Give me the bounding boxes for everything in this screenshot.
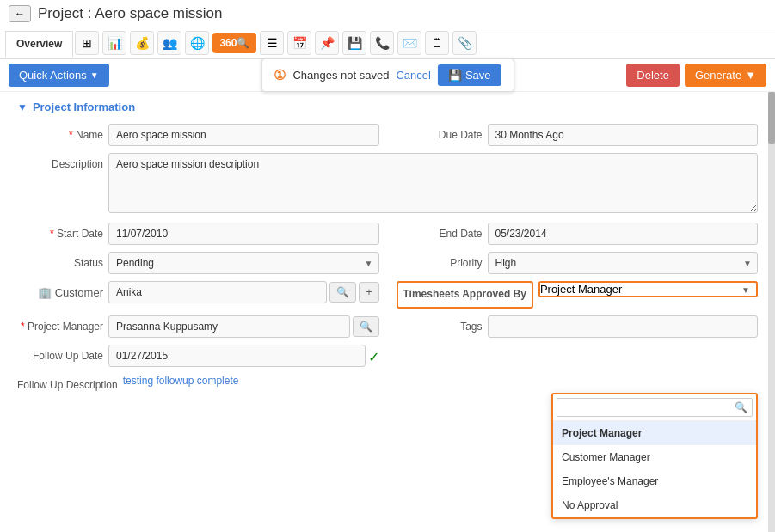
followup-date-input[interactable] [108,345,366,367]
tags-field [488,315,759,338]
tab-icon-phone[interactable]: 📞 [370,31,394,55]
save-icon: 💾 [448,69,462,82]
customer-input[interactable] [108,281,327,303]
name-input[interactable] [108,124,379,146]
end-date-label: End Date [397,223,483,240]
due-date-label: Due Date [397,124,483,141]
priority-select[interactable]: High Medium Low [488,252,759,274]
right-actions: Delete Generate ▼ [626,64,766,87]
tab-icon-grid[interactable]: ⊞ [75,31,99,55]
cancel-link[interactable]: Cancel [396,69,430,82]
project-manager-search-icon[interactable]: 🔍 [353,316,379,337]
followup-date-row: Follow Up Date ✓ [17,345,379,367]
tab-icon-list[interactable]: ☰ [260,31,284,55]
back-button[interactable]: ← [9,5,31,22]
end-date-input[interactable] [488,223,759,245]
project-manager-input[interactable] [108,315,350,338]
warning-icon: ① [274,67,286,83]
followup-check-icon: ✓ [368,345,379,365]
unsaved-text: Changes not saved [292,69,389,82]
save-button[interactable]: 💾 Save [438,64,501,86]
tab-icon-coin[interactable]: 💰 [130,31,154,55]
description-label: Description [17,153,103,170]
tags-input[interactable] [488,315,759,338]
tab-icon-calendar[interactable]: 📅 [287,31,311,55]
tags-label: Tags [397,315,483,333]
status-select[interactable]: Pending Active Completed Cancelled [108,252,379,274]
followup-date-label: Follow Up Date [17,345,103,362]
page-title: Project : Aero space mission [38,5,222,22]
tab-icon-save[interactable]: 💾 [342,31,366,55]
status-label: Status [17,252,103,269]
customer-search-icon[interactable]: 🔍 [329,282,356,303]
followup-desc-row: Follow Up Description testing followup c… [17,374,758,391]
dropdown-search-input[interactable] [557,398,753,417]
due-date-field [488,124,759,146]
timesheets-row: Timesheets Approved By Project Manager C… [397,281,759,309]
tab-icon-globe[interactable]: 🌐 [185,31,209,55]
start-date-label: Start Date [17,223,103,240]
tab-icon-pin[interactable]: 📌 [315,31,339,55]
start-date-field [108,223,379,245]
priority-field: High Medium Low ▼ [488,252,759,274]
tabs-bar: Overview ⊞ 📊 💰 👥 🌐 360🔍 ☰ 📅 📌 💾 📞 ✉️ 🗒 📎 [0,28,775,59]
priority-label: Priority [397,252,483,269]
section-toggle-icon[interactable]: ▼ [17,101,28,113]
tab-icon-note[interactable]: 🗒 [425,31,449,55]
generate-label: Generate [695,69,741,82]
dropdown-search-icon: 🔍 [735,401,747,413]
customer-row: 🏢 Customer 🔍 + [17,281,379,309]
timesheets-select-arrow-icon: ▼ [741,284,750,294]
followup-desc-text: testing followup complete [123,370,239,387]
unsaved-banner: ① Changes not saved Cancel 💾 Save [261,58,514,92]
start-date-input[interactable] [108,223,379,245]
timesheets-field: Project Manager Customer Manager Employe… [538,281,758,297]
end-date-field [488,223,759,245]
dropdown-option-no-approval[interactable]: No Approval [553,493,756,517]
caret-icon: ▼ [90,70,99,80]
due-date-input[interactable] [488,124,759,146]
generate-button[interactable]: Generate ▼ [685,64,766,87]
dropdown-search-container: 🔍 [553,394,756,421]
project-manager-row: Project Manager 🔍 [17,315,379,338]
due-date-row: Due Date [397,124,759,146]
save-label: Save [465,69,491,82]
project-manager-label: Project Manager [17,315,103,333]
scrollbar-track [768,92,775,532]
tab-icon-people[interactable]: 👥 [157,31,181,55]
description-textarea[interactable]: Aero space mission description [108,153,758,213]
section-title: Project Information [33,101,135,113]
generate-caret-icon: ▼ [745,69,756,82]
name-label: Name [17,124,103,141]
empty-cell [397,345,759,367]
description-row: Description Aero space mission descripti… [17,153,758,216]
followup-desc-label: Follow Up Description [17,374,118,391]
timesheets-dropdown: 🔍 Project Manager Customer Manager Emplo… [551,393,758,519]
name-row: Name [17,124,379,146]
customer-label: 🏢 Customer [17,281,103,299]
quick-actions-label: Quick Actions [19,69,87,82]
timesheets-label: Timesheets Approved By [397,281,533,309]
customer-add-icon[interactable]: + [359,282,378,303]
tab-360[interactable]: 360🔍 [212,33,256,53]
dropdown-option-project-manager[interactable]: Project Manager [553,421,756,445]
dropdown-option-customer-manager[interactable]: Customer Manager [553,445,756,469]
delete-button[interactable]: Delete [626,64,680,87]
dropdown-option-employees-manager[interactable]: Employee's Manager [553,469,756,493]
tab-icon-chart[interactable]: 📊 [102,31,126,55]
status-row: Status Pending Active Completed Cancelle… [17,252,379,274]
scrollbar-thumb[interactable] [768,92,775,144]
priority-row: Priority High Medium Low ▼ [397,252,759,274]
end-date-row: End Date [397,223,759,245]
tab-icon-attachment[interactable]: 📎 [452,31,477,55]
tab-overview[interactable]: Overview [5,31,73,58]
customer-icon: 🏢 [38,286,52,299]
customer-field: 🔍 + [108,281,379,303]
content-area: ▼ Project Information Name Due Date D [0,92,775,532]
tab-icon-email[interactable]: ✉️ [397,31,421,55]
timesheets-select[interactable]: Project Manager Customer Manager Employe… [540,283,666,296]
tags-row: Tags [397,315,759,338]
description-field: Aero space mission description [108,153,758,216]
followup-date-field: ✓ [108,345,379,367]
quick-actions-button[interactable]: Quick Actions ▼ [9,64,109,87]
